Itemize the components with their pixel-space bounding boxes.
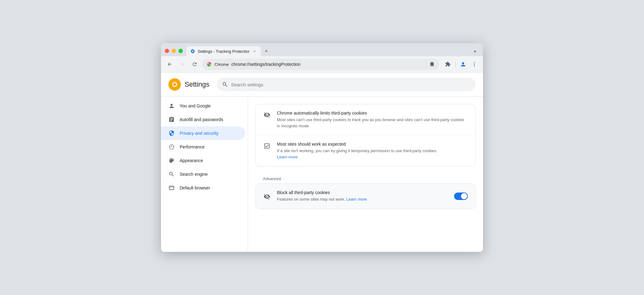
search-input[interactable] xyxy=(231,82,471,87)
block-all-title: Block all third-party cookies xyxy=(277,190,448,195)
block-all-desc: Features on some sites may not work. Lea… xyxy=(277,196,448,202)
sidebar-item-label: Privacy and security xyxy=(180,131,218,136)
person-icon xyxy=(168,103,175,109)
block-all-toggle[interactable] xyxy=(454,193,468,200)
sites-work-text: Most sites should work as expected If a … xyxy=(277,142,468,160)
navigation-bar: Chrome chrome://settings/trackingProtect… xyxy=(161,56,483,73)
chrome-label: Chrome xyxy=(214,62,229,67)
sidebar-item-label: Performance xyxy=(180,144,205,149)
sidebar-item-appearance[interactable]: Appearance xyxy=(161,154,245,167)
svg-point-4 xyxy=(474,64,475,65)
toggle-thumb xyxy=(461,193,467,199)
sidebar-item-default-browser[interactable]: Default browser xyxy=(161,181,245,195)
clipboard-icon xyxy=(168,116,175,123)
search-icon xyxy=(222,81,228,88)
limit-cookies-text: Chrome automatically limits third-party … xyxy=(277,111,468,129)
new-tab-button[interactable]: + xyxy=(262,47,271,56)
learn-more-link[interactable]: Learn more xyxy=(277,155,297,159)
sidebar-item-autofill[interactable]: Autofill and passwords xyxy=(161,113,245,126)
settings-header: Settings xyxy=(161,73,483,97)
svg-point-3 xyxy=(474,62,475,63)
sites-work-title: Most sites should work as expected xyxy=(277,142,468,147)
limit-cookies-desc: Most sites can't use third-party cookies… xyxy=(277,117,468,129)
sidebar-item-privacy[interactable]: Privacy and security xyxy=(161,126,245,140)
tracking-protection-card: Chrome automatically limits third-party … xyxy=(255,104,476,166)
forward-button[interactable] xyxy=(177,59,187,69)
title-bar: Settings - Tracking Protectior × + ▾ xyxy=(161,43,483,56)
more-menu-button[interactable] xyxy=(469,59,479,69)
checkbox-icon xyxy=(263,142,271,150)
profile-button[interactable] xyxy=(458,59,468,69)
toolbar-icons xyxy=(443,59,479,69)
block-all-learn-more-link[interactable]: Learn more xyxy=(346,197,367,202)
block-all-text: Block all third-party cookies Features o… xyxy=(277,190,448,202)
tab-close-button[interactable]: × xyxy=(252,49,257,54)
active-tab[interactable]: Settings - Tracking Protectior × xyxy=(186,46,261,56)
limit-cookies-item: Chrome automatically limits third-party … xyxy=(256,104,475,135)
sidebar-item-performance[interactable]: Performance xyxy=(161,140,245,154)
address-bar[interactable]: Chrome chrome://settings/trackingProtect… xyxy=(202,59,439,70)
search-bar[interactable] xyxy=(217,78,476,91)
settings-logo: Settings xyxy=(168,78,209,91)
sidebar: You and Google Autofill and passwords Pr… xyxy=(161,97,248,252)
svg-point-2 xyxy=(462,62,464,64)
sidebar-item-label: Appearance xyxy=(180,158,203,163)
chrome-settings-icon xyxy=(168,78,181,91)
main-content: Chrome automatically limits third-party … xyxy=(248,97,483,252)
extensions-button[interactable] xyxy=(443,59,453,69)
tab-title: Settings - Tracking Protectior xyxy=(198,49,250,54)
tab-settings-icon xyxy=(190,49,195,54)
tab-dropdown-button[interactable]: ▾ xyxy=(471,47,479,56)
eye-off-icon xyxy=(263,111,271,119)
window-controls xyxy=(165,49,183,56)
shield-icon xyxy=(168,130,175,136)
settings-body: You and Google Autofill and passwords Pr… xyxy=(161,97,483,252)
sites-work-item: Most sites should work as expected If a … xyxy=(256,135,475,166)
chrome-logo-icon xyxy=(206,61,212,67)
search-sidebar-icon xyxy=(168,171,175,177)
gauge-icon xyxy=(168,144,175,150)
minimize-window-button[interactable] xyxy=(172,49,176,53)
browser-window: Settings - Tracking Protectior × + ▾ xyxy=(161,43,483,252)
settings-title: Settings xyxy=(185,80,209,88)
svg-point-5 xyxy=(474,66,475,66)
sites-work-desc: If a site isn't working, you can try giv… xyxy=(277,148,468,160)
sidebar-item-label: Default browser xyxy=(180,185,210,190)
sidebar-item-label: Autofill and passwords xyxy=(180,117,223,122)
block-all-item: Block all third-party cookies Features o… xyxy=(256,184,475,209)
advanced-section: Block all third-party cookies Features o… xyxy=(255,184,476,209)
advanced-label: Advanced xyxy=(255,171,476,184)
svg-point-1 xyxy=(208,63,210,65)
palette-icon xyxy=(168,157,175,164)
sidebar-item-search-engine[interactable]: Search engine xyxy=(161,167,245,181)
sidebar-item-label: You and Google xyxy=(180,103,211,108)
back-button[interactable] xyxy=(165,59,175,69)
sidebar-item-label: Search engine xyxy=(180,172,208,177)
toolbar-divider xyxy=(455,61,456,67)
reload-button[interactable] xyxy=(190,59,200,69)
address-url[interactable]: chrome://settings/trackingProtection xyxy=(231,62,427,67)
maximize-window-button[interactable] xyxy=(178,49,183,53)
close-window-button[interactable] xyxy=(165,49,169,53)
sidebar-item-you-and-google[interactable]: You and Google xyxy=(161,99,245,113)
block-cookies-icon xyxy=(263,193,271,200)
limit-cookies-title: Chrome automatically limits third-party … xyxy=(277,111,468,116)
bookmark-icon[interactable] xyxy=(429,61,435,67)
svg-point-8 xyxy=(173,83,176,86)
browser-icon xyxy=(168,185,175,191)
